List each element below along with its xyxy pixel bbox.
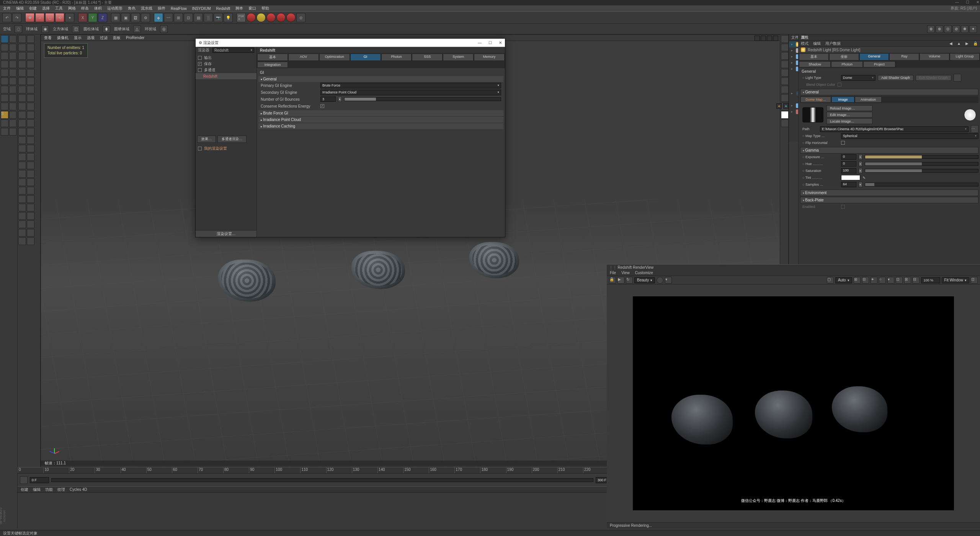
record-button[interactable] — [247, 13, 256, 22]
field-dropdown[interactable]: 球体域 — [26, 26, 38, 32]
vp-tool[interactable] — [18, 60, 26, 68]
vp-nav-pan-icon[interactable] — [755, 36, 760, 41]
expand-icon[interactable]: ▸ — [791, 110, 794, 113]
attr-menu[interactable]: 编辑 — [813, 41, 821, 46]
menu-item[interactable]: 帮助 — [261, 6, 269, 11]
picture-viewer-button[interactable]: 🖼 — [131, 13, 140, 22]
vp-tool[interactable] — [27, 69, 34, 77]
field-mod[interactable]: ❋ — [961, 25, 969, 33]
vp-tool[interactable] — [18, 44, 26, 51]
vp-tool[interactable] — [27, 204, 34, 211]
vp-tool[interactable] — [18, 162, 26, 169]
add-shader-button[interactable]: Add Shader Graph — [878, 75, 913, 81]
checkbox[interactable] — [198, 68, 202, 72]
expand-icon[interactable]: ▸ — [791, 61, 794, 64]
layout-dropdown[interactable]: 界面: RS (用户) — [951, 6, 977, 11]
axis-button[interactable] — [9, 69, 17, 77]
tab[interactable]: 编辑 — [33, 487, 41, 492]
rstab-system[interactable]: System — [443, 54, 474, 61]
rv-tool[interactable]: ⊡ — [971, 277, 978, 284]
deformer-button[interactable]: ▤ — [194, 13, 203, 22]
ipr-refresh-button[interactable]: ↻ — [626, 277, 633, 284]
tab-shadow[interactable]: Shadow — [799, 61, 831, 67]
tab-coord[interactable]: 坐标 — [829, 53, 859, 60]
viewport-solo-button[interactable] — [9, 77, 17, 85]
field-mod[interactable]: ✦ — [969, 25, 977, 33]
render-view-button[interactable]: ▦ — [111, 13, 120, 22]
psr-button[interactable]: PSR0 — [237, 13, 246, 22]
expand-icon[interactable]: ▸ — [791, 55, 794, 58]
tool-button[interactable] — [1, 119, 8, 127]
lock-icon[interactable]: 🔒 — [973, 41, 978, 46]
hue-slider[interactable] — [865, 162, 978, 166]
menu-item[interactable]: 选择 — [42, 6, 50, 11]
primitive-button[interactable]: ◆ — [154, 13, 163, 22]
tab-general[interactable]: General — [859, 53, 889, 60]
menu-item[interactable]: 脚本 — [235, 6, 243, 11]
multipass-button[interactable]: 多通道渲染… — [217, 136, 247, 143]
tab[interactable]: Cycles 4D — [70, 487, 87, 492]
aov-select[interactable]: Beauty ▾ — [634, 277, 655, 283]
vp-tool[interactable] — [18, 69, 26, 77]
checkbox[interactable] — [198, 147, 202, 150]
vp-tool[interactable] — [27, 136, 34, 144]
effects-button[interactable]: 效果… — [197, 136, 216, 143]
menu-item[interactable]: 样条 — [81, 6, 89, 11]
vp-tool[interactable] — [27, 103, 34, 110]
samples-slider[interactable] — [865, 183, 978, 186]
dlg-minimize-icon[interactable]: — — [478, 41, 482, 45]
rv-tool[interactable]: ▾ — [665, 277, 672, 284]
bounces-input[interactable]: 3 — [320, 96, 336, 102]
expand-icon[interactable]: ▸ — [791, 43, 794, 46]
enabled-checkbox[interactable] — [841, 205, 845, 209]
sat-input[interactable]: 100 — [841, 168, 856, 173]
section-head[interactable]: General — [800, 89, 978, 95]
vp-menu-item[interactable]: ProRender — [126, 36, 144, 40]
ic-head[interactable]: Irradiance Caching — [258, 123, 503, 129]
field-icon[interactable]: ◎ — [160, 25, 168, 33]
bounces-slider[interactable] — [344, 97, 501, 101]
tool-button[interactable] — [9, 103, 17, 110]
rv-menu-item[interactable]: File — [610, 271, 616, 275]
light-type-select[interactable]: Dome — [841, 75, 875, 81]
rv-tool[interactable]: ⊟ — [913, 277, 920, 284]
move-tool[interactable]: ↔ — [35, 13, 44, 22]
close-icon[interactable]: ✕ — [976, 0, 979, 4]
menu-item[interactable]: 插件 — [158, 6, 165, 11]
key-param-button[interactable]: ⊙ — [296, 13, 305, 22]
tree-save[interactable]: ✓保存 — [196, 61, 256, 67]
edge-mode-button[interactable] — [9, 52, 17, 60]
edit-image-button[interactable]: Edit Image… — [826, 112, 872, 118]
exposure-slider[interactable] — [865, 155, 978, 159]
expand-icon[interactable]: ▸ — [791, 92, 794, 95]
vp-tool[interactable] — [27, 153, 34, 161]
field-icon[interactable]: ◫ — [72, 25, 80, 33]
gamma-head[interactable]: Gamma — [800, 147, 978, 154]
uv-point-button[interactable] — [1, 69, 8, 77]
subtab-animation[interactable]: Animation — [855, 96, 882, 103]
field-mod[interactable]: ⊙ — [944, 25, 952, 33]
normal-button[interactable] — [1, 103, 8, 110]
poly-mode-button[interactable] — [1, 60, 8, 68]
shader-icon[interactable] — [954, 74, 961, 82]
attr-menu[interactable]: 模式 — [801, 41, 808, 46]
vp-tool[interactable] — [18, 204, 26, 211]
vp-tool[interactable] — [27, 212, 34, 220]
render-output[interactable]: 微信公众号：野鹿志 微博：野鹿志 作者：马鹿野郎 （0.42s） — [607, 284, 980, 522]
tweak-button[interactable] — [1, 77, 8, 85]
samples-input[interactable]: 64 — [841, 182, 856, 187]
spinner-icon[interactable]: ▸ — [338, 96, 342, 102]
vp-tool[interactable] — [18, 153, 26, 161]
vp-tool[interactable] — [18, 128, 26, 136]
checkbox[interactable] — [198, 56, 202, 60]
menu-item[interactable]: 网格 — [68, 6, 76, 11]
vp-tool[interactable] — [18, 136, 26, 144]
maximize-icon[interactable]: ☐ — [966, 0, 969, 4]
ipr-start-button[interactable]: ▶ — [617, 277, 624, 284]
crop-icon[interactable]: ▢ — [827, 277, 834, 284]
minimize-icon[interactable]: — — [955, 0, 959, 4]
expand-icon[interactable]: ▸ — [791, 104, 794, 107]
timeline-scrollbar[interactable] — [51, 478, 593, 482]
tab-volume[interactable]: Volume — [920, 53, 949, 60]
vp-menu-item[interactable]: 面板 — [113, 35, 121, 41]
